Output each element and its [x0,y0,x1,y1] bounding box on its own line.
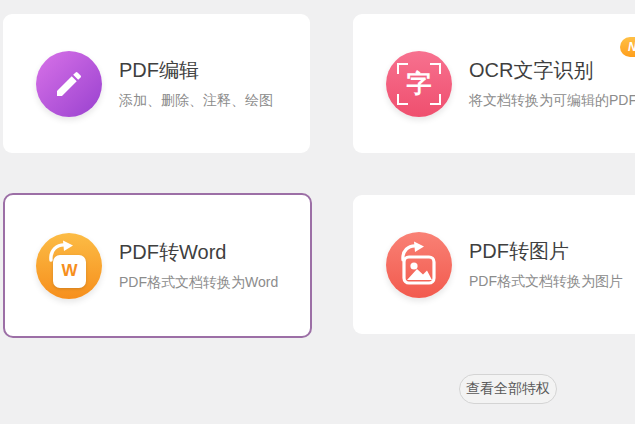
image-glyph [395,240,443,290]
scan-corner-icon [397,63,408,74]
pencil-icon [36,51,102,117]
card-subtitle: PDF格式文档转换为图片 [469,273,623,289]
word-letter-glyph: W [53,255,86,288]
pencil-icon-glyph [53,68,85,100]
card-title: OCR文字识别 [469,59,635,81]
ocr-scan-frame: 字 [397,63,441,105]
ocr-character-glyph: 字 [407,71,432,96]
card-subtitle: 添加、删除、注释、绘图 [119,92,273,108]
ocr-scan-icon: 字 [386,51,452,117]
feature-grid-page: PDF编辑 添加、删除、注释、绘图 字 OCR文字识别 将文档转换为可编辑的PD… [0,0,635,424]
card-title: PDF转Word [119,241,278,263]
word-convert-icon: W [36,233,102,299]
card-pdf-to-word[interactable]: W PDF转Word PDF格式文档转换为Word [3,193,312,338]
card-ocr[interactable]: 字 OCR文字识别 将文档转换为可编辑的PDF文件 [353,14,635,153]
scan-corner-icon [430,63,441,74]
card-pdf-edit[interactable]: PDF编辑 添加、删除、注释、绘图 [3,14,310,153]
card-subtitle: PDF格式文档转换为Word [119,274,278,290]
card-title: PDF转图片 [469,240,623,262]
scan-corner-icon [397,94,408,105]
card-pdf-to-image[interactable]: PDF转图片 PDF格式文档转换为图片 [353,195,635,334]
card-subtitle: 将文档转换为可编辑的PDF文件 [469,92,635,108]
view-all-privileges-button[interactable]: 查看全部特权 [459,374,557,404]
card-title: PDF编辑 [119,59,273,81]
image-convert-icon [386,232,452,298]
scan-corner-icon [430,94,441,105]
new-badge: NEW [620,37,635,57]
